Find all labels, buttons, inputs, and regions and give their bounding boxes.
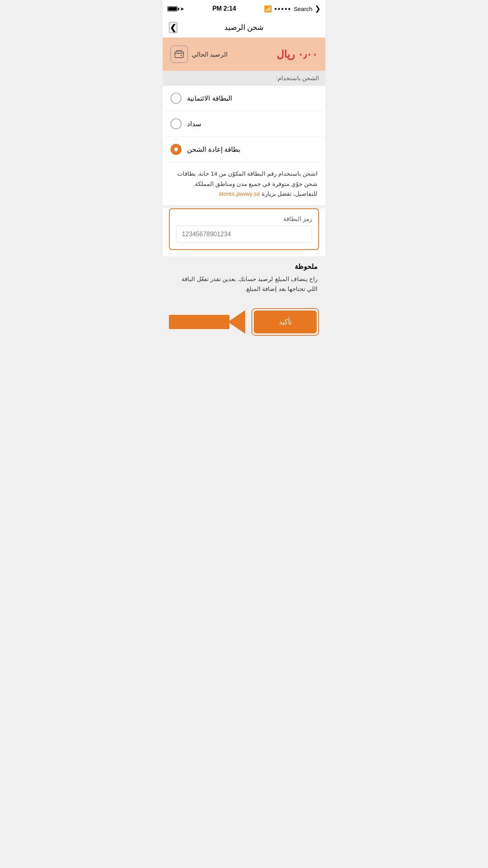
note-text: راح ينضاف المبلغ لرصيد حسابك. بعدين تقدر…: [171, 274, 317, 294]
svg-point-1: [181, 55, 182, 56]
back-icon: ❮: [315, 4, 321, 13]
recharge-card-radio[interactable]: [171, 144, 182, 155]
balance-section: ٠٫٠٠ ريال الرصيد الحالي: [163, 38, 325, 71]
credit-card-label: البطاقة الائتمانية: [187, 94, 232, 103]
battery-icon: [167, 6, 178, 11]
carrier-label: Search: [294, 6, 312, 12]
balance-label: الرصيد الحالي: [192, 51, 227, 58]
arrow-indicator: [169, 313, 245, 331]
status-bar: ❮ Search ●●●●● 📶 2:14 PM ➤: [163, 0, 325, 17]
confirm-button[interactable]: تأكيد: [254, 311, 317, 333]
status-time: 2:14 PM: [212, 5, 236, 12]
confirm-button-wrap: تأكيد: [251, 308, 319, 336]
arrow-body: [169, 315, 229, 329]
bottom-space: [163, 344, 325, 367]
recharge-card-label: بطاقة إعادة الشحن: [187, 145, 240, 154]
arrow-shape: [169, 313, 245, 331]
wifi-icon: 📶: [264, 5, 272, 13]
charge-section-header: الشحن باستخدام:: [163, 71, 325, 86]
card-code-label: رمز البطاقة: [176, 215, 312, 223]
location-icon: ➤: [180, 6, 184, 12]
arrow-head: [228, 310, 245, 334]
status-left: ❮ Search ●●●●● 📶: [264, 4, 321, 13]
description-section: اشحن باستخدام رقم البطاقة المكوّن من 14 …: [163, 162, 325, 205]
sadad-label: سداد: [187, 120, 201, 128]
payment-options: البطاقة الائتمانية سداد بطاقة إعادة الشح…: [163, 86, 325, 162]
credit-card-radio[interactable]: [171, 93, 182, 104]
description-text: اشحن باستخدام رقم البطاقة المكوّن من 14 …: [177, 170, 317, 197]
card-code-section: رمز البطاقة: [169, 208, 319, 250]
wallet-icon: [171, 46, 188, 63]
nav-bar: شحن الرصيد ❯: [163, 17, 325, 38]
page-title: شحن الرصيد: [224, 23, 264, 32]
wallet-svg: [174, 49, 184, 59]
payment-option-sadad[interactable]: سداد: [163, 111, 325, 137]
payment-option-recharge-card[interactable]: بطاقة إعادة الشحن: [163, 137, 325, 162]
payment-option-credit-card[interactable]: البطاقة الائتمانية: [163, 86, 325, 111]
website-link[interactable]: stores.jawwy.sa: [219, 190, 260, 197]
svg-rect-0: [175, 52, 183, 58]
balance-right: الرصيد الحالي: [171, 46, 227, 63]
signal-dots: ●●●●●: [274, 6, 291, 11]
status-right: ➤: [167, 6, 184, 12]
balance-amount: ٠٫٠٠ ريال: [277, 48, 317, 61]
note-section: ملحوظة راح ينضاف المبلغ لرصيد حسابك. بعد…: [163, 256, 325, 300]
note-title: ملحوظة: [171, 263, 317, 271]
card-code-input[interactable]: [176, 226, 312, 243]
sadad-radio[interactable]: [171, 118, 182, 129]
nav-forward-button[interactable]: ❯: [169, 22, 177, 33]
confirm-area: تأكيد: [163, 300, 325, 344]
